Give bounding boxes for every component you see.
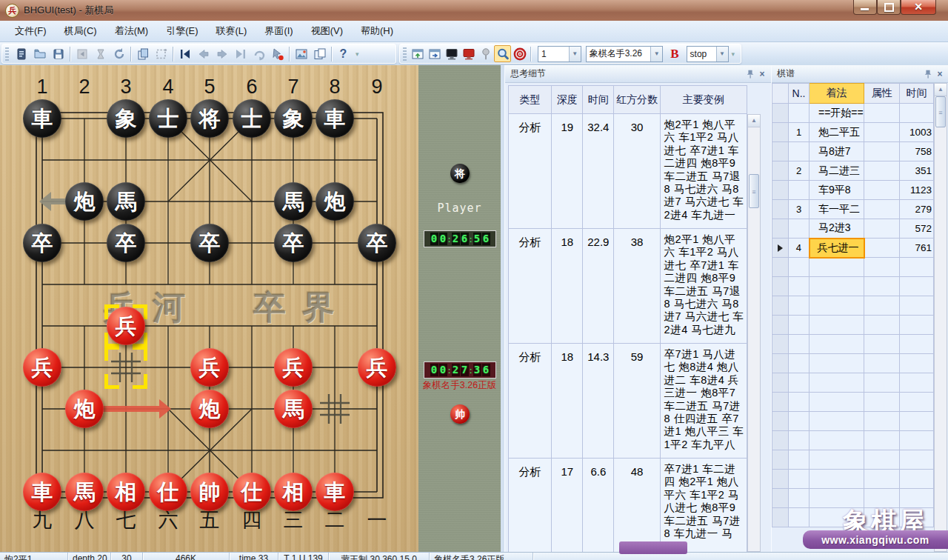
chess-board[interactable]: 123456789九八七六五四三二一兵河卒界車象士将士象車炮馬馬炮卒卒卒卒卒兵兵…	[0, 65, 418, 552]
think-row[interactable]: 分析1822.938炮2平1 炮八平六 车1平2 马八进七 卒7进1 车二进四 …	[509, 229, 747, 344]
prev-disabled-icon[interactable]	[73, 45, 91, 62]
record-row[interactable]: 4兵七进一761	[772, 239, 934, 258]
pin-icon[interactable]	[744, 68, 756, 80]
think-col-header[interactable]: 时间	[583, 86, 614, 114]
red-piece[interactable]: 兵	[358, 348, 396, 387]
record-empty-row[interactable]	[772, 296, 934, 316]
black-piece[interactable]: 炮	[65, 182, 104, 221]
scroll-up-icon[interactable]: ▲	[748, 115, 760, 127]
restore-button[interactable]	[877, 0, 901, 15]
record-empty-row[interactable]	[772, 354, 934, 373]
select-icon[interactable]	[152, 45, 170, 62]
record-empty-row[interactable]	[772, 373, 934, 393]
red-piece[interactable]: 兵	[274, 348, 313, 387]
record-empty-row[interactable]	[772, 335, 934, 354]
record-move[interactable]: 马2进3	[810, 219, 864, 239]
replay-icon[interactable]	[250, 45, 268, 62]
window-layout-icon[interactable]	[310, 45, 329, 62]
record-empty-row[interactable]	[772, 470, 934, 489]
engine-name-combo[interactable]: 象棋名手3.26▼	[586, 46, 664, 62]
black-piece[interactable]: 卒	[358, 224, 396, 262]
pin-icon[interactable]	[922, 68, 934, 80]
record-row[interactable]: 3车一平二279	[772, 200, 934, 219]
black-piece[interactable]: 車	[23, 99, 61, 138]
record-move[interactable]: 炮二平五	[810, 123, 864, 142]
go-back-icon[interactable]	[194, 45, 213, 62]
record-row[interactable]: 马8进7758	[772, 142, 934, 161]
record-row[interactable]: 车9平81123	[772, 181, 934, 200]
red-piece[interactable]: 馬	[274, 390, 313, 428]
black-piece[interactable]: 象	[274, 99, 313, 138]
black-piece[interactable]: 卒	[23, 224, 61, 262]
scroll-up-icon[interactable]: ▲	[935, 84, 947, 96]
pin-grey-icon[interactable]	[477, 45, 494, 62]
new-icon[interactable]	[12, 45, 30, 62]
chevron-down-icon[interactable]: ▼	[650, 47, 662, 61]
record-move[interactable]: 马二进三	[810, 161, 864, 181]
record-move[interactable]: 马8进7	[810, 142, 864, 161]
toolbar-grip[interactable]	[5, 47, 9, 61]
red-piece[interactable]: 仕	[233, 473, 271, 511]
red-piece[interactable]: 帥	[190, 473, 229, 511]
record-move[interactable]: 兵七进一	[810, 239, 864, 258]
red-piece[interactable]: 兵	[23, 348, 61, 387]
record-col-header-moves[interactable]: 着法	[810, 84, 864, 104]
black-piece[interactable]: 馬	[107, 182, 145, 221]
record-col-header[interactable]: 时间	[900, 84, 934, 104]
go-forward-icon[interactable]	[213, 45, 231, 62]
stop-combo[interactable]: stop▼	[687, 46, 729, 62]
menu-item[interactable]: 文件(F)	[6, 21, 56, 41]
toolbar-overflow-icon[interactable]: ▾	[732, 50, 735, 58]
go-last-icon[interactable]	[231, 45, 250, 62]
help-icon[interactable]: ?	[334, 45, 353, 62]
think-col-header[interactable]: 红方分数	[614, 86, 660, 114]
red-piece[interactable]: 兵	[107, 307, 145, 345]
black-piece[interactable]: 士	[233, 99, 271, 138]
minimize-button[interactable]	[853, 0, 877, 15]
black-piece[interactable]: 卒	[107, 224, 145, 262]
panel-board-icon[interactable]	[410, 45, 427, 62]
panel-move-icon[interactable]	[426, 45, 443, 62]
close-icon[interactable]: ×	[934, 68, 946, 80]
menu-item[interactable]: 联赛(L)	[207, 21, 256, 41]
think-row[interactable]: 分析1814.359卒7进1 马八进七 炮8进4 炮八进二 车8进4 兵三进一 …	[509, 344, 747, 459]
red-piece[interactable]: 馬	[65, 473, 104, 511]
record-empty-row[interactable]	[772, 277, 934, 296]
record-row[interactable]: 马2进3572	[772, 219, 934, 239]
black-piece[interactable]: 象	[107, 99, 145, 138]
record-col-header[interactable]: 属性	[864, 84, 900, 104]
menu-item[interactable]: 着法(M)	[106, 21, 158, 41]
menu-item[interactable]: 界面(I)	[256, 21, 301, 41]
red-piece[interactable]: 炮	[190, 390, 229, 428]
menu-item[interactable]: 视图(V)	[302, 21, 352, 41]
record-empty-row[interactable]	[772, 393, 934, 412]
black-piece[interactable]: 卒	[274, 224, 313, 262]
black-piece[interactable]: 将	[190, 99, 229, 138]
scroll-thumb[interactable]: ≡	[749, 174, 759, 208]
chevron-down-icon[interactable]: ▼	[569, 47, 581, 61]
refresh-icon[interactable]	[110, 45, 128, 62]
menu-item[interactable]: 棋局(C)	[56, 21, 106, 41]
record-move[interactable]: ==开始==	[810, 104, 864, 123]
black-piece[interactable]: 車	[316, 99, 354, 138]
screen-red-icon[interactable]	[460, 45, 477, 62]
red-piece[interactable]: 車	[23, 473, 61, 511]
engine-move-icon[interactable]	[268, 45, 287, 62]
engine-count-combo[interactable]: 1▼	[538, 46, 581, 62]
red-piece[interactable]: 車	[316, 473, 354, 511]
think-col-header[interactable]: 类型	[509, 86, 552, 114]
menu-item[interactable]: 帮助(H)	[352, 21, 402, 41]
red-piece[interactable]: 相	[107, 473, 145, 511]
record-scrollbar[interactable]: ▲ ≡	[934, 83, 947, 552]
save-icon[interactable]	[49, 45, 67, 62]
go-first-icon[interactable]	[176, 45, 194, 62]
red-piece[interactable]: 相	[274, 473, 313, 511]
target-icon[interactable]	[511, 45, 528, 62]
red-piece[interactable]: 兵	[190, 348, 229, 387]
record-move[interactable]: 车9平8	[810, 181, 864, 200]
think-row[interactable]: 分析1932.430炮2平1 炮八平六 车1平2 马八进七 卒7进1 车二进四 …	[509, 114, 747, 229]
record-empty-row[interactable]	[772, 258, 934, 277]
record-empty-row[interactable]	[772, 450, 934, 470]
toolbar-overflow-icon[interactable]: ▾	[356, 50, 359, 58]
screen-black-icon[interactable]	[443, 45, 460, 62]
